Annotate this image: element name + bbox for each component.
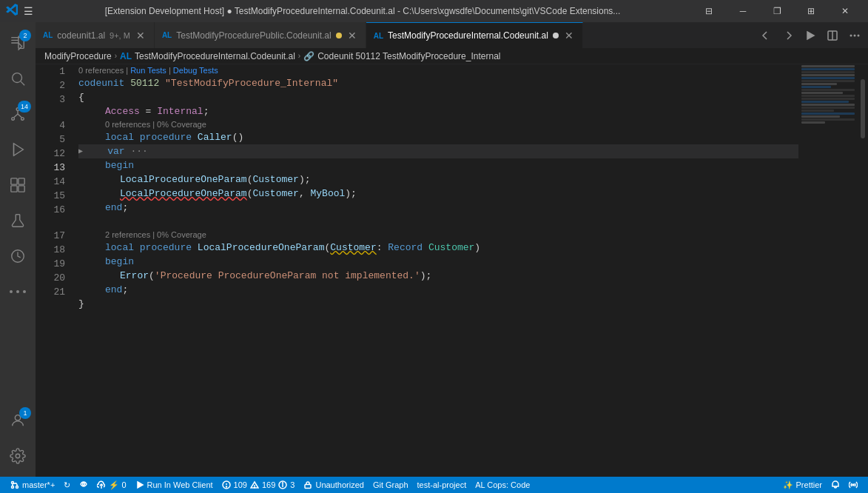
debug-tests-link[interactable]: Debug Tests [173, 64, 218, 76]
close-button[interactable]: ✕ [828, 0, 862, 22]
info-count: 3 [290, 480, 295, 489]
meta-references-top: 0 references | Run Tests | Debug Tests [78, 64, 798, 76]
breadcrumb-lang-label[interactable]: AL [120, 51, 132, 61]
tab-modifyInternal-dirty [553, 33, 559, 38]
activity-git[interactable]: 14 [0, 96, 36, 132]
activity-history[interactable] [0, 238, 36, 274]
svg-point-35 [254, 487, 255, 488]
status-project[interactable]: test-al-project [413, 477, 471, 493]
status-broadcast[interactable] [844, 477, 862, 493]
status-errors[interactable]: 109 169 3 [218, 477, 300, 493]
status-bell[interactable] [827, 477, 844, 493]
svg-point-38 [283, 483, 283, 483]
breadcrumb-symbol[interactable]: Codeunit 50112 TestModifyProcedure_Inter… [317, 51, 500, 61]
breadcrumb-folder[interactable]: ModifyProcedure [44, 51, 112, 61]
code-line-17: local procedure LocalProcedureOneParam(C… [78, 241, 798, 255]
status-git-graph[interactable]: Git Graph [369, 477, 413, 493]
restore-button[interactable]: ❐ [760, 0, 794, 22]
navigate-back-button[interactable] [756, 25, 776, 46]
svg-point-4 [12, 118, 15, 121]
project-label: test-al-project [417, 480, 467, 489]
code-line-2: { [78, 90, 798, 104]
status-right: ✨ Prettier [778, 477, 862, 493]
editor[interactable]: 1 2 3 4 5 12 13 14 15 16 17 18 19 20 21 [36, 64, 868, 477]
line-num-5: 5 [41, 133, 65, 147]
line-num-20: 20 [41, 271, 65, 285]
code-line-18: begin [78, 255, 798, 269]
fold-arrow-5: ▶ [78, 144, 83, 158]
status-cloud[interactable]: ⚡ 0 [92, 477, 130, 493]
activity-explorer[interactable]: 2 [0, 25, 36, 61]
tab-actions [753, 22, 868, 48]
tab-bar: AL codeunit1.al 9+, M ✕ AL TestModifyPro… [36, 22, 868, 48]
run-tests-link[interactable]: Run Tests [130, 64, 166, 76]
activity-search[interactable] [0, 61, 36, 96]
line-num-16: 16 [41, 203, 65, 217]
activity-settings[interactable] [0, 438, 36, 474]
activity-more[interactable] [0, 274, 36, 309]
breadcrumb-file[interactable]: TestModifyProcedureInternal.Codeunit.al [135, 51, 295, 61]
code-content: 0 references | Run Tests | Debug Tests c… [71, 64, 798, 477]
svg-rect-8 [11, 178, 17, 184]
status-prettier[interactable]: ✨ Prettier [778, 477, 827, 493]
code-line-14: LocalProcedureOneParam(Customer, MyBool)… [78, 187, 798, 201]
tab-codeunit1[interactable]: AL codeunit1.al 9+, M ✕ [36, 22, 155, 48]
svg-point-1 [13, 73, 22, 83]
status-sync[interactable]: ↻ [59, 477, 75, 493]
svg-marker-19 [807, 32, 814, 39]
tab-modifyInternal-close[interactable]: ✕ [563, 30, 575, 41]
tab-codeunit1-close[interactable]: ✕ [135, 30, 147, 41]
more-actions-button[interactable] [844, 25, 865, 46]
svg-point-15 [16, 290, 19, 293]
tab-modifyPublic-close[interactable]: ✕ [346, 30, 358, 41]
svg-point-18 [16, 454, 20, 458]
activity-extensions[interactable] [0, 167, 36, 203]
svg-point-16 [23, 290, 26, 293]
breadcrumb-sep1: › [115, 52, 117, 60]
line-num-15: 15 [41, 189, 65, 203]
line-num-19: 19 [41, 257, 65, 271]
status-run[interactable]: Run In Web Client [131, 477, 218, 493]
cops-label: AL Cops: Code [475, 480, 530, 489]
run-debug-button[interactable] [800, 25, 821, 46]
meta-references-1: 0 references | 0% Coverage [78, 118, 798, 130]
editor-area: AL codeunit1.al 9+, M ✕ AL TestModifyPro… [36, 22, 868, 477]
activity-flask[interactable] [0, 203, 36, 238]
svg-line-2 [21, 81, 24, 85]
line-num-17: 17 [41, 229, 65, 243]
code-line-3: Access = Internal; [78, 104, 798, 118]
status-watch[interactable] [75, 477, 92, 493]
svg-rect-11 [18, 186, 24, 192]
svg-point-23 [854, 34, 856, 36]
code-line-13: LocalProcedureOneParam(Customer); [78, 172, 798, 187]
code-line-21: } [78, 297, 798, 311]
title-bar: ☰ [Extension Development Host] ● TestMod… [0, 0, 868, 22]
activity-account[interactable]: 1 [0, 403, 36, 438]
navigate-forward-button[interactable] [778, 25, 798, 46]
run-label: Run In Web Client [147, 480, 213, 489]
activity-run[interactable] [0, 132, 36, 167]
breadcrumb-sep2: › [298, 52, 300, 60]
activity-bottom: 1 [0, 403, 36, 477]
status-bar: master*+ ↻ ⚡ 0 Run In Web Client 109 169… [0, 477, 868, 493]
status-unauthorized[interactable]: Unauthorized [299, 477, 368, 493]
code-line-12: begin [78, 158, 798, 172]
tab-modifyPublic[interactable]: AL TestModifyProcedurePublic.Codeunit.al… [155, 22, 366, 48]
tab-modifyInternal[interactable]: AL TestModifyProcedureInternal.Codeunit.… [366, 22, 583, 48]
branch-name: master*+ [22, 480, 55, 489]
minimize-button[interactable]: ─ [726, 0, 760, 22]
warn-count: 169 [262, 480, 275, 489]
tab-codeunit1-suffix: 9+, M [110, 31, 130, 40]
split-editor-button[interactable]: ⊟ [692, 0, 726, 22]
tab-modifyPublic-name: TestModifyProcedurePublic.Codeunit.al [176, 30, 331, 41]
split-editor-right-button[interactable] [822, 25, 843, 46]
layout-button[interactable]: ⊞ [794, 0, 828, 22]
hamburger-menu[interactable]: ☰ [24, 5, 33, 17]
status-branch[interactable]: master*+ [6, 477, 59, 493]
status-cops[interactable]: AL Cops: Code [471, 477, 534, 493]
line-num-3: 3 [41, 93, 65, 107]
svg-point-24 [858, 34, 860, 36]
line-numbers: 1 2 3 4 5 12 13 14 15 16 17 18 19 20 21 [36, 64, 71, 477]
vertical-scrollbar[interactable] [858, 64, 868, 477]
scroll-thumb [861, 79, 865, 138]
